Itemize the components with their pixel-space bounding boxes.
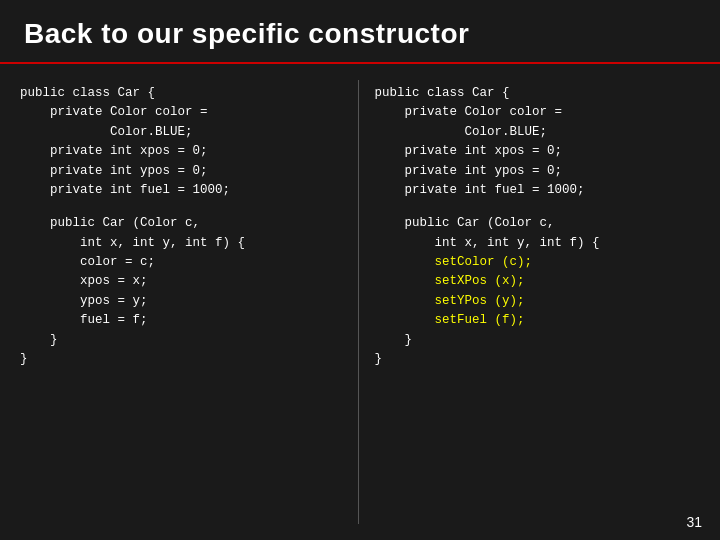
code-line: public Car (Color c, [20, 214, 346, 233]
code-line: int x, int y, int f) { [375, 234, 701, 253]
code-line: } [375, 350, 701, 369]
slide: Back to our specific constructor public … [0, 0, 720, 540]
highlight-text: setYPos (y); [435, 294, 525, 308]
code-line: ypos = y; [20, 292, 346, 311]
code-line: public Car (Color c, [375, 214, 701, 233]
code-line-highlight: setXPos (x); [375, 272, 701, 291]
code-line-highlight: setColor (c); [375, 253, 701, 272]
highlight-text: setFuel (f); [435, 313, 525, 327]
code-line: color = c; [20, 253, 346, 272]
code-line-highlight: setYPos (y); [375, 292, 701, 311]
spacer [20, 200, 346, 214]
title-bar: Back to our specific constructor [0, 0, 720, 64]
slide-title: Back to our specific constructor [24, 18, 469, 49]
left-code-panel: public class Car { private Color color =… [8, 80, 359, 524]
spacer [375, 200, 701, 214]
code-line: private int ypos = 0; [20, 162, 346, 181]
code-line: } [20, 350, 346, 369]
code-line: private int xpos = 0; [20, 142, 346, 161]
code-line: private Color color = [20, 103, 346, 122]
code-line: } [20, 331, 346, 350]
code-line: public class Car { [375, 84, 701, 103]
right-code-panel: public class Car { private Color color =… [359, 80, 713, 524]
code-line: Color.BLUE; [375, 123, 701, 142]
code-line: private int fuel = 1000; [375, 181, 701, 200]
code-line: private Color color = [375, 103, 701, 122]
code-line: Color.BLUE; [20, 123, 346, 142]
code-line: xpos = x; [20, 272, 346, 291]
highlight-text: setColor (c); [435, 255, 533, 269]
slide-number: 31 [686, 514, 702, 530]
code-line-highlight: setFuel (f); [375, 311, 701, 330]
code-line: fuel = f; [20, 311, 346, 330]
code-line: private int fuel = 1000; [20, 181, 346, 200]
code-line: } [375, 331, 701, 350]
code-line: private int xpos = 0; [375, 142, 701, 161]
code-line: int x, int y, int f) { [20, 234, 346, 253]
content-area: public class Car { private Color color =… [0, 64, 720, 532]
code-line: private int ypos = 0; [375, 162, 701, 181]
code-line: public class Car { [20, 84, 346, 103]
highlight-text: setXPos (x); [435, 274, 525, 288]
